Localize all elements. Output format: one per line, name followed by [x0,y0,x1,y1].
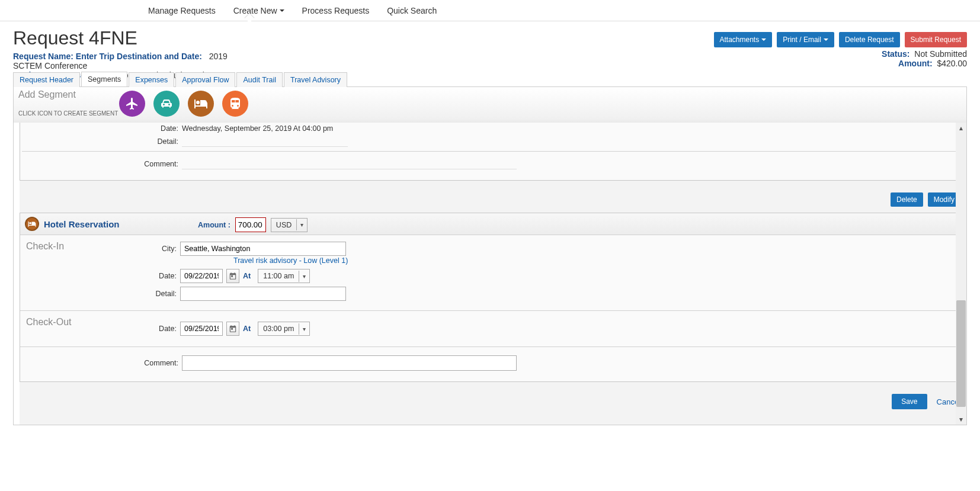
chevron-down-icon [761,38,766,41]
prev-detail-label: Detail: [25,137,182,146]
hotel-segment-card: Hotel Reservation Amount : USD ▾ [20,213,960,382]
checkout-date-input[interactable] [180,322,223,336]
print-email-button[interactable]: Print / Email [777,32,834,47]
hotel-actions: Save Cancel [20,388,960,415]
checkout-time-select[interactable]: 03:00 pm ▾ [258,322,310,336]
at-label: At [243,272,251,280]
checkout-time-value: 03:00 pm [258,322,299,335]
tab-travel-advisory[interactable]: Travel Advisory [284,72,347,87]
request-name-year: 2019 [209,52,228,61]
calendar-icon[interactable] [226,269,239,283]
prev-segment-actions: Delete Modify [20,187,960,213]
checkout-date-label: Date: [127,325,180,333]
nav-create-new-label: Create New [233,6,277,15]
nav-quick-search[interactable]: Quick Search [387,6,437,15]
hotel-segment-header: Hotel Reservation [20,213,960,235]
checkin-date-label: Date: [127,272,180,280]
add-segment-text: Add Segment CLICK ICON TO CREATE SEGMENT [18,89,119,117]
tab-expenses[interactable]: Expenses [129,72,174,87]
hotel-amount-label: Amount : [198,221,230,229]
prev-date-value: Wednesday, September 25, 2019 At 04:00 p… [182,124,955,133]
attachments-button[interactable]: Attachments [714,32,773,47]
chevron-down-icon [824,38,828,41]
amount-label: Amount: [898,59,933,68]
checkin-time-select[interactable]: 11:00 am ▾ [258,269,310,283]
tab-request-header[interactable]: Request Header [13,72,80,87]
city-input[interactable] [180,242,346,256]
page-title: Request 4FNE [13,27,137,49]
comment-input[interactable] [182,355,517,371]
segments-pane: Add Segment CLICK ICON TO CREATE SEGMENT [13,87,967,425]
prev-date-label: Date: [25,124,182,133]
delete-button[interactable]: Delete [891,192,923,207]
previous-segment-card: Date: Wednesday, September 25, 2019 At 0… [20,123,960,181]
checkout-title: Check-Out [20,316,127,331]
nav-create-new[interactable]: Create New [233,6,284,15]
hotel-icon[interactable] [188,91,214,117]
nav-process-requests[interactable]: Process Requests [302,6,370,15]
checkout-section: Check-Out Date: At [20,311,960,347]
checkin-time-value: 11:00 am [258,269,299,283]
attachments-label: Attachments [720,36,760,44]
checkin-title: Check-In [20,240,127,255]
status-label: Status: [882,49,909,59]
detail-label: Detail: [127,290,180,298]
hotel-currency-select[interactable]: USD ▾ [271,218,308,232]
tab-segments[interactable]: Segments [81,72,127,86]
hotel-currency-value: USD [271,219,296,232]
detail-input[interactable] [180,287,346,301]
header-actions: Attachments Print / Email Delete Request… [714,27,968,47]
hotel-title: Hotel Reservation [44,219,955,229]
save-button[interactable]: Save [892,394,927,409]
chevron-down-icon: ▾ [296,219,307,230]
scroll-down-icon[interactable]: ▾ [959,415,963,423]
prev-detail-value [182,136,348,147]
print-email-label: Print / Email [783,36,821,44]
tab-audit-trail[interactable]: Audit Trail [236,72,283,87]
chevron-down-icon [280,9,284,12]
amount-value: $420.00 [937,59,967,68]
hotel-amount-input[interactable] [235,217,266,232]
scroll-up-icon[interactable]: ▴ [959,124,963,132]
comment-section: Comment: [20,347,960,381]
segments-scroll-inner[interactable]: Date: Wednesday, September 25, 2019 At 0… [20,123,960,425]
prev-comment-value [182,159,517,169]
at-label: At [243,325,251,333]
nav-manage-requests[interactable]: Manage Requests [148,6,216,15]
add-segment-bar: Add Segment CLICK ICON TO CREATE SEGMENT [14,87,966,123]
comment-label: Comment: [25,359,182,367]
rail-icon[interactable] [222,91,248,117]
hotel-icon [25,217,39,231]
request-name-label: Request Name: Enter Trip Destination and… [13,52,202,61]
checkin-section: Check-In City: Travel risk advisory - Lo… [20,235,960,311]
scrollbar[interactable]: ▴ ▾ [956,123,966,425]
tabs: Request Header Segments Expenses Approva… [13,72,967,87]
top-nav: Manage Requests Create New Process Reque… [0,0,980,21]
segment-type-icons [119,89,248,117]
add-segment-hint: CLICK ICON TO CREATE SEGMENT [18,110,119,117]
chevron-down-icon: ▾ [299,323,309,335]
request-name-value [204,52,209,61]
submit-request-button[interactable]: Submit Request [905,32,967,47]
hotel-amount-block: Amount : USD ▾ [198,217,308,232]
calendar-icon[interactable] [226,322,239,336]
status-value: Not Submitted [914,49,967,59]
page-header: Request 4FNE Attachments Print / Email D… [0,21,980,52]
add-segment-title: Add Segment [18,89,119,100]
prev-comment-label: Comment: [25,160,182,168]
delete-request-button[interactable]: Delete Request [839,32,900,47]
scrollbar-thumb[interactable] [956,300,966,407]
car-icon[interactable] [153,91,180,117]
checkin-date-input[interactable] [180,269,223,283]
travel-advisory-link[interactable]: Travel risk advisory - Low (Level 1) [127,256,960,265]
city-label: City: [127,245,180,253]
flight-icon[interactable] [119,91,145,117]
chevron-down-icon: ▾ [299,271,309,282]
segments-scroll-area: Date: Wednesday, September 25, 2019 At 0… [14,123,966,425]
tab-approval-flow[interactable]: Approval Flow [175,72,235,87]
